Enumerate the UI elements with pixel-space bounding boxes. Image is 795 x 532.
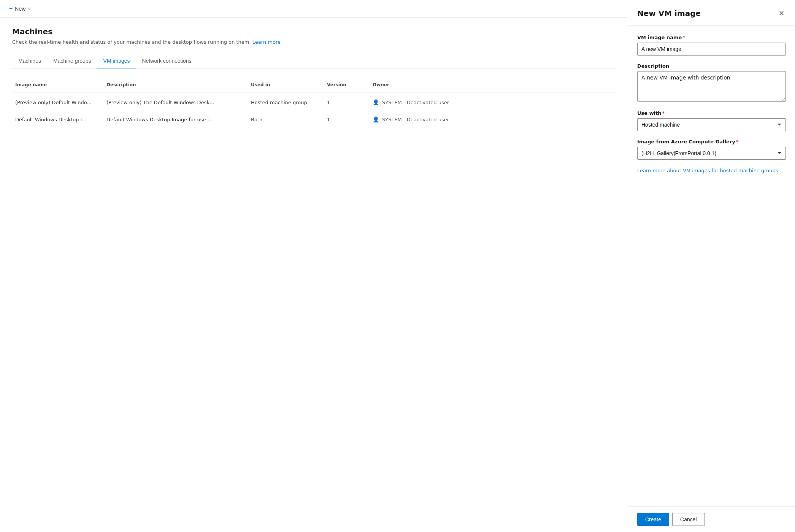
col-header-used-in: Used in <box>248 81 324 89</box>
row2-image-name: Default Windows Desktop I... <box>12 115 103 124</box>
close-button[interactable]: ✕ <box>777 8 786 19</box>
side-panel: New VM image ✕ VM image name* Descriptio… <box>628 0 795 532</box>
col-header-version: Version <box>324 81 370 89</box>
vm-image-name-input[interactable] <box>637 43 786 56</box>
table-row[interactable]: (Preview only) Default Windo... (Preview… <box>12 94 616 111</box>
vm-image-name-group: VM image name* <box>637 35 786 56</box>
page-title: Machines <box>12 27 616 36</box>
tab-machines[interactable]: Machines <box>12 54 47 68</box>
description-label: Description <box>637 63 786 69</box>
tabs-container: Machines Machine groups VM images Networ… <box>12 54 616 68</box>
required-indicator: * <box>682 35 685 40</box>
image-gallery-group: Image from Azure Compute Gallery* (H2H_G… <box>637 139 786 160</box>
chevron-down-icon: ∨ <box>28 6 31 11</box>
panel-body: VM image name* Description A new VM imag… <box>628 25 795 507</box>
tab-network-connections[interactable]: Network connections <box>136 54 198 68</box>
top-bar: + New ∨ <box>0 0 628 18</box>
user-icon: 👤 <box>373 99 379 105</box>
row1-version: 1 <box>324 98 370 107</box>
panel-header: New VM image ✕ <box>628 0 795 25</box>
description-group: Description A new VM image with descript… <box>637 63 786 103</box>
row1-used-in: Hosted machine group <box>248 98 324 107</box>
row1-description: (Preview only) The Default Windows Desk.… <box>103 98 248 107</box>
table-row[interactable]: Default Windows Desktop I... Default Win… <box>12 111 616 128</box>
required-indicator: * <box>662 110 665 116</box>
required-indicator: * <box>736 139 739 145</box>
col-header-description: Description <box>103 81 248 89</box>
learn-more-link[interactable]: Learn more <box>252 39 281 45</box>
row2-used-in: Both <box>248 115 324 124</box>
tab-machine-groups[interactable]: Machine groups <box>47 54 97 68</box>
panel-footer: Create Cancel <box>628 507 795 532</box>
col-header-owner: Owner <box>370 81 616 89</box>
row2-description: Default Windows Desktop Image for use i.… <box>103 115 248 124</box>
panel-title: New VM image <box>637 9 701 18</box>
use-with-select[interactable]: Hosted machine Hosted machine group Both <box>637 118 786 131</box>
row1-owner: 👤 SYSTEM - Deactivated user <box>370 98 616 107</box>
vm-images-table: Image name Description Used in Version O… <box>12 78 616 128</box>
row2-owner: 👤 SYSTEM - Deactivated user <box>370 115 616 124</box>
col-header-image-name: Image name <box>12 81 103 89</box>
create-button[interactable]: Create <box>637 513 669 526</box>
use-with-group: Use with* Hosted machine Hosted machine … <box>637 110 786 131</box>
vm-image-name-label: VM image name* <box>637 35 786 40</box>
page-description: Check the real-time health and status of… <box>12 39 616 45</box>
user-icon: 👤 <box>373 116 379 122</box>
plus-icon: + <box>9 5 13 12</box>
image-gallery-select[interactable]: (H2H_Gallery|FromPortal|0.0.1) <box>637 147 786 160</box>
cancel-button[interactable]: Cancel <box>672 513 705 526</box>
row2-version: 1 <box>324 115 370 124</box>
new-button[interactable]: + New ∨ <box>6 4 34 14</box>
page-content: Machines Check the real-time health and … <box>0 18 628 532</box>
new-label: New <box>15 6 25 12</box>
use-with-label: Use with* <box>637 110 786 116</box>
close-icon: ✕ <box>779 9 784 17</box>
tab-vm-images[interactable]: VM images <box>97 54 136 68</box>
table-header: Image name Description Used in Version O… <box>12 78 616 92</box>
vm-images-learn-more-link[interactable]: Learn more about VM images for hosted ma… <box>637 167 778 174</box>
description-textarea[interactable]: A new VM image with description <box>637 71 786 102</box>
row1-image-name: (Preview only) Default Windo... <box>12 98 103 107</box>
image-gallery-label: Image from Azure Compute Gallery* <box>637 139 786 145</box>
